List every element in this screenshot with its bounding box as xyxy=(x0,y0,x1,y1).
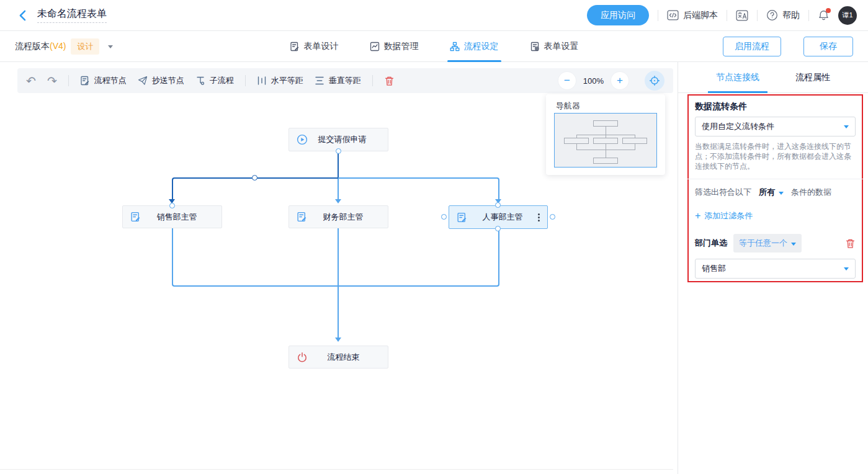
node-finance-manager[interactable]: 财务部主管 xyxy=(289,205,388,228)
horizontal-distribute-icon xyxy=(257,76,267,86)
form-design-icon xyxy=(290,42,300,51)
filter-mode-dropdown[interactable]: 所有 xyxy=(759,187,784,198)
connector-midpoint-handle[interactable] xyxy=(252,175,257,181)
tool-label: 流程节点 xyxy=(94,75,127,86)
minimap-line xyxy=(635,144,635,150)
tab-label: 数据管理 xyxy=(384,41,419,52)
zoom-in-button[interactable]: + xyxy=(611,72,629,89)
vertical-distribute-button[interactable]: 垂直等距 xyxy=(315,75,361,86)
tab-form-design[interactable]: 表单设计 xyxy=(290,31,339,62)
filter-value-select[interactable]: 销售部 xyxy=(695,259,856,279)
tool-label: 子流程 xyxy=(210,75,234,86)
backend-script-button[interactable]: 后端脚本 xyxy=(667,10,718,21)
connector-start-down[interactable] xyxy=(338,151,339,178)
subflow-icon xyxy=(195,76,205,86)
delete-condition-icon[interactable] xyxy=(845,238,856,249)
play-icon xyxy=(297,134,308,145)
tab-node-connector[interactable]: 节点连接线 xyxy=(716,62,759,93)
add-filter-label: 添加过滤条件 xyxy=(704,210,753,221)
minimap-line xyxy=(576,144,577,150)
main-tabs: 表单设计 数据管理 流程设定 表单设置 xyxy=(290,31,579,62)
tool-label: 水平等距 xyxy=(271,75,303,86)
connector-handle[interactable] xyxy=(336,148,341,154)
filter-suffix: 条件的数据 xyxy=(791,187,831,198)
horizontal-distribute-button[interactable]: 水平等距 xyxy=(257,75,303,86)
tab-flow-setting[interactable]: 流程设定 xyxy=(450,31,499,62)
tab-form-setting[interactable]: 表单设置 xyxy=(530,31,579,62)
node-handle-top[interactable] xyxy=(495,202,501,208)
connector-start-to-finance[interactable] xyxy=(338,179,339,200)
divider xyxy=(372,75,373,86)
operator-dropdown[interactable]: 等于任意一个 xyxy=(733,234,802,253)
help-button[interactable]: 帮助 xyxy=(766,9,800,21)
divider xyxy=(245,75,246,86)
add-subflow-button[interactable]: 子流程 xyxy=(195,75,234,86)
chevron-down-icon xyxy=(844,125,849,131)
add-flow-node-button[interactable]: 流程节点 xyxy=(80,75,127,86)
divider xyxy=(727,10,727,21)
data-chart-icon xyxy=(370,42,380,51)
design-badge[interactable]: 设计 xyxy=(71,38,99,55)
translate-icon[interactable] xyxy=(736,10,748,21)
canvas-toolbar: ↶ ↷ 流程节点 抄送节点 子流程 xyxy=(17,68,673,93)
backend-script-label: 后端脚本 xyxy=(683,10,718,21)
power-icon xyxy=(297,352,308,363)
divider xyxy=(757,10,758,21)
filter-prefix: 筛选出符合以下 xyxy=(695,187,751,198)
node-sales-manager[interactable]: 销售部主管 xyxy=(122,205,222,228)
tool-label: 抄送节点 xyxy=(152,75,184,86)
notification-bell-icon[interactable] xyxy=(818,9,830,21)
redo-icon[interactable]: ↷ xyxy=(47,75,57,87)
connector-start-to-hr[interactable] xyxy=(338,177,499,202)
connector-finance-to-end[interactable] xyxy=(338,228,339,341)
divider xyxy=(687,179,863,179)
node-more-menu-icon[interactable] xyxy=(538,213,540,221)
add-cc-node-button[interactable]: 抄送节点 xyxy=(138,75,184,86)
user-avatar[interactable]: 谭1 xyxy=(838,6,857,25)
delete-icon[interactable] xyxy=(384,76,395,86)
enable-flow-button[interactable]: 启用流程 xyxy=(723,37,781,56)
page-title[interactable]: 未命名流程表单 xyxy=(37,7,107,23)
form-node-icon xyxy=(297,212,307,222)
paper-plane-icon xyxy=(138,76,148,86)
form-gear-icon xyxy=(530,42,540,51)
back-icon[interactable] xyxy=(16,9,30,22)
save-button[interactable]: 保存 xyxy=(803,37,853,56)
connector-handle[interactable] xyxy=(169,203,175,208)
undo-icon[interactable]: ↶ xyxy=(26,75,36,87)
horizontal-scrollbar[interactable] xyxy=(0,469,673,470)
node-handle-right[interactable] xyxy=(550,214,555,220)
node-handle-left[interactable] xyxy=(441,214,447,220)
locate-center-button[interactable] xyxy=(645,71,664,91)
connector-hr-to-end[interactable] xyxy=(338,228,499,287)
form-node-icon xyxy=(457,212,467,223)
condition-select-value: 使用自定义流转条件 xyxy=(702,121,774,132)
app-access-button[interactable]: 应用访问 xyxy=(587,5,649,25)
minimap-node xyxy=(564,138,589,144)
flow-canvas[interactable]: ↶ ↷ 流程节点 抄送节点 子流程 xyxy=(0,62,678,474)
minimap-line xyxy=(576,135,635,135)
header-actions: 应用访问 后端脚本 帮助 谭1 xyxy=(587,5,857,25)
plus-icon: + xyxy=(695,212,700,220)
minimap-line xyxy=(606,144,606,158)
connector-start-to-sales[interactable] xyxy=(172,177,338,202)
arrowhead-finance xyxy=(335,199,341,203)
chevron-down-icon[interactable] xyxy=(108,45,113,51)
filter-sentence: 筛选出符合以下 所有 条件的数据 xyxy=(695,187,856,198)
navigator-panel: 导航器 xyxy=(546,94,665,175)
minimap-node xyxy=(622,138,647,144)
node-end[interactable]: 流程结束 xyxy=(289,346,388,369)
condition-select[interactable]: 使用自定义流转条件 xyxy=(695,117,856,136)
node-label: 流程结束 xyxy=(315,352,372,363)
node-label: 人事部主管 xyxy=(475,212,530,223)
code-icon xyxy=(667,10,679,20)
zoom-out-button[interactable]: − xyxy=(558,72,576,89)
node-handle-bottom[interactable] xyxy=(495,226,501,231)
tab-data-management[interactable]: 数据管理 xyxy=(370,31,419,62)
add-filter-button[interactable]: + 添加过滤条件 xyxy=(695,210,856,221)
navigator-minimap[interactable] xyxy=(554,113,657,168)
minimap-line xyxy=(576,150,635,150)
arrowhead-end xyxy=(335,338,341,342)
connector-sales-to-end[interactable] xyxy=(172,228,338,287)
tab-flow-properties[interactable]: 流程属性 xyxy=(795,62,830,93)
